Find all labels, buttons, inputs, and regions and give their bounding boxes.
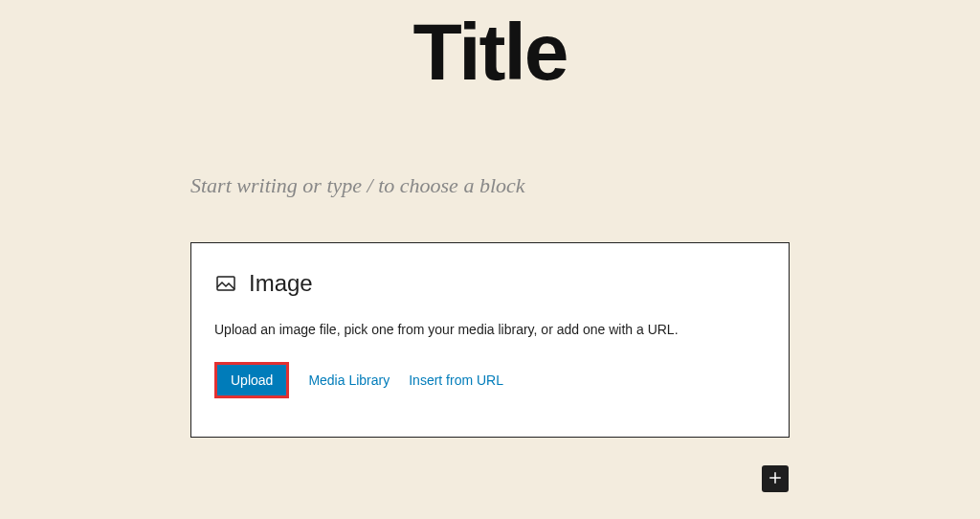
- block-actions: Upload Media Library Insert from URL: [214, 362, 766, 398]
- block-header: Image: [214, 270, 766, 297]
- image-block-placeholder: Image Upload an image file, pick one fro…: [190, 242, 790, 438]
- svg-rect-0: [217, 277, 234, 290]
- add-block-button[interactable]: [762, 465, 789, 492]
- page-title[interactable]: Title: [0, 6, 980, 99]
- block-placeholder[interactable]: Start writing or type / to choose a bloc…: [190, 173, 790, 198]
- editor-content: Start writing or type / to choose a bloc…: [190, 173, 790, 438]
- image-icon: [214, 272, 237, 295]
- plus-icon: [767, 469, 784, 489]
- upload-button[interactable]: Upload: [214, 362, 289, 398]
- block-title: Image: [249, 270, 313, 297]
- block-description: Upload an image file, pick one from your…: [214, 322, 766, 337]
- insert-url-button[interactable]: Insert from URL: [409, 372, 503, 388]
- media-library-button[interactable]: Media Library: [308, 372, 390, 388]
